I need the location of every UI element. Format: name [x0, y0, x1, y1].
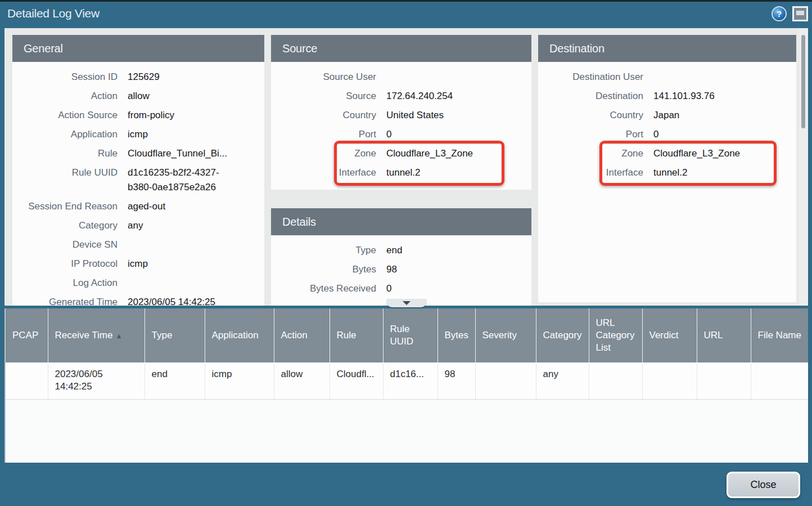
column-header-label: Type [152, 330, 173, 341]
column-header-label: Rule UUID [390, 324, 414, 347]
field-type: Type end [271, 241, 531, 260]
field-value: tunnel.2 [653, 165, 688, 180]
cell-action: allow [274, 363, 330, 399]
log-detail-scroll-region: General Session ID 125629 Action allow A… [4, 28, 808, 306]
column-header-bytes[interactable]: Bytes [437, 308, 475, 363]
table-row[interactable]: 2023/06/05 14:42:25 end icmp allow Cloud… [6, 363, 808, 399]
field-label: Zone [271, 146, 386, 161]
field-value: 0 [386, 281, 391, 296]
field-destination-address: Destination 141.101.93.76 [538, 87, 796, 106]
column-header-label: URL [704, 330, 723, 341]
field-application: Application icmp [12, 125, 264, 144]
field-source-port: Port 0 [271, 125, 531, 144]
vertical-scrollbar[interactable] [799, 28, 808, 306]
field-label: Application [12, 127, 128, 142]
column-header-url-category-list[interactable]: URL Category List [589, 308, 642, 363]
field-value: icmp [128, 257, 148, 271]
field-label: Destination [538, 89, 653, 104]
column-header-category[interactable]: Category [536, 308, 589, 363]
field-label: Session ID [12, 70, 128, 84]
field-value: Cloudflare_L3_Zone [653, 146, 740, 161]
dialog-title-bar: Detailed Log View ? [0, 0, 812, 25]
field-source-address: Source 172.64.240.254 [271, 87, 531, 106]
cell-url [697, 363, 751, 399]
field-generated-time: Generated Time 2023/06/05 14:42:25 [12, 293, 264, 306]
column-header-severity[interactable]: Severity [475, 308, 536, 363]
field-label: Port [538, 127, 653, 142]
field-category: Category any [12, 216, 264, 235]
details-panel-header: Details [271, 208, 531, 235]
field-label: Interface [271, 165, 386, 180]
log-table-header-row: PCAP Receive Time▲ Type Application Acti… [6, 308, 808, 363]
column-header-verdict[interactable]: Verdict [642, 308, 697, 363]
cell-file-name [751, 363, 808, 399]
cell-url-category-list [589, 363, 642, 399]
column-header-label: Severity [482, 330, 517, 341]
field-destination-interface: Interface tunnel.2 [538, 163, 796, 182]
field-label: IP Protocol [12, 257, 128, 271]
panel-splitter-handle[interactable] [387, 299, 426, 307]
general-panel-body: Session ID 125629 Action allow Action So… [12, 62, 264, 306]
field-label: Country [538, 108, 653, 123]
field-value: aged-out [128, 199, 165, 214]
field-value: icmp [128, 127, 148, 142]
field-value: from-policy [128, 108, 174, 123]
column-header-file-name[interactable]: File Name [751, 308, 808, 363]
field-destination-user: Destination User [538, 68, 796, 87]
cell-rule: Cloudfl... [330, 363, 383, 399]
vertical-scrollbar-thumb[interactable] [801, 35, 805, 128]
column-header-rule[interactable]: Rule [330, 308, 383, 363]
field-value: 172.64.240.254 [386, 89, 453, 104]
field-value: 98 [386, 262, 397, 277]
field-label: Zone [538, 146, 653, 161]
field-bytes: Bytes 98 [271, 260, 531, 279]
field-label: Rule [12, 146, 128, 161]
column-header-label: Receive Time [55, 330, 113, 341]
help-icon[interactable]: ? [772, 6, 787, 21]
destination-panel-title: Destination [549, 42, 605, 55]
field-value: Cloudflare_L3_Zone [386, 146, 473, 161]
source-panel-title: Source [282, 42, 317, 55]
column-header-label: PCAP [12, 330, 38, 341]
field-label: Source [271, 89, 386, 104]
destination-panel: Destination Destination User Destination… [538, 35, 796, 302]
field-source-zone: Zone Cloudflare_L3_Zone [271, 144, 531, 163]
column-header-receive-time[interactable]: Receive Time▲ [48, 308, 145, 363]
source-panel-body: Source User Source 172.64.240.254 Countr… [271, 62, 531, 190]
field-rule: Rule Cloudflare_Tunnel_Bi... [12, 144, 264, 163]
column-header-label: Rule [337, 330, 357, 341]
field-source-interface: Interface tunnel.2 [271, 163, 531, 182]
field-label: Device SN [12, 238, 128, 252]
column-header-label: File Name [758, 330, 801, 341]
field-ip-protocol: IP Protocol icmp [12, 254, 264, 274]
cell-application: icmp [205, 363, 274, 399]
log-table: PCAP Receive Time▲ Type Application Acti… [6, 308, 808, 400]
column-header-label: URL Category List [596, 317, 635, 353]
field-value: 2023/06/05 14:42:25 [128, 295, 215, 306]
field-device-sn: Device SN [12, 235, 264, 254]
column-header-label: Category [543, 330, 582, 341]
field-label: Interface [538, 165, 653, 180]
column-header-pcap[interactable]: PCAP [6, 308, 48, 363]
general-panel-header: General [12, 35, 264, 62]
destination-panel-body: Destination User Destination 141.101.93.… [538, 62, 796, 302]
field-label: Type [271, 243, 386, 258]
column-header-label: Verdict [649, 330, 679, 341]
cell-bytes: 98 [437, 363, 475, 399]
field-label: Source User [271, 70, 386, 84]
chevron-down-icon [403, 301, 410, 305]
general-panel: General Session ID 125629 Action allow A… [12, 35, 264, 306]
column-header-rule-uuid[interactable]: Rule UUID [383, 308, 437, 363]
close-button[interactable]: Close [727, 472, 800, 498]
window-display-icon[interactable] [792, 6, 808, 21]
source-panel: Source Source User Source 172.64.240.254… [271, 35, 531, 190]
field-value: any [128, 218, 143, 233]
column-header-application[interactable]: Application [205, 308, 274, 363]
column-header-type[interactable]: Type [145, 308, 205, 363]
field-bytes-received: Bytes Received 0 [271, 279, 531, 298]
field-label: Generated Time [12, 295, 128, 306]
column-header-action[interactable]: Action [274, 308, 330, 363]
cell-receive-time: 2023/06/05 14:42:25 [48, 363, 145, 399]
column-header-url[interactable]: URL [697, 308, 751, 363]
field-source-country: Country United States [271, 106, 531, 125]
